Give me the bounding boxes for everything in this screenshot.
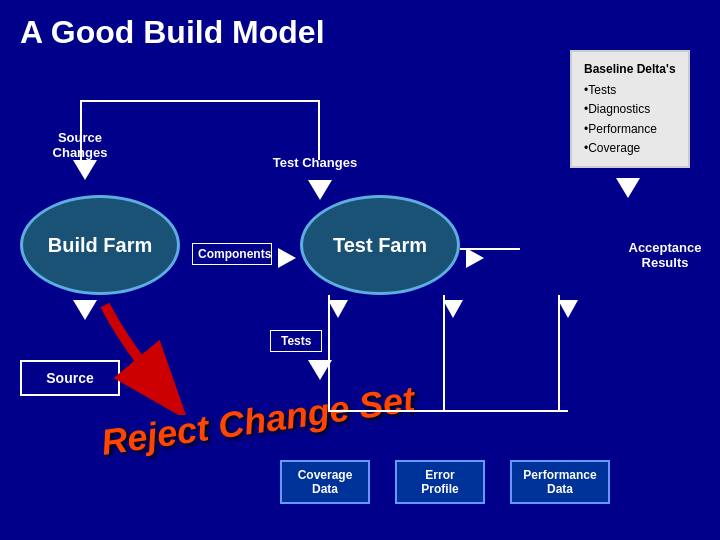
build-farm-circle: Build Farm bbox=[20, 195, 180, 295]
arrow-tests-down bbox=[308, 360, 332, 380]
connector-line-right bbox=[318, 100, 320, 160]
test-changes-label: Test Changes bbox=[265, 155, 365, 170]
arrow-baseline-down bbox=[616, 178, 640, 198]
performance-data-box: Performance Data bbox=[510, 460, 610, 504]
reject-arrow-svg bbox=[95, 295, 225, 415]
error-profile-box: Error Profile bbox=[395, 460, 485, 504]
acceptance-results-label: Acceptance Results bbox=[620, 240, 710, 270]
baseline-item-coverage: •Coverage bbox=[584, 139, 676, 158]
baseline-title: Baseline Delta's bbox=[584, 60, 676, 79]
arrow-acceptance-right bbox=[466, 248, 484, 268]
baseline-item-performance: •Performance bbox=[584, 120, 676, 139]
arrow-test-changes-down bbox=[308, 180, 332, 200]
connector-line-top bbox=[80, 100, 320, 102]
arrow-source-down bbox=[73, 160, 97, 180]
test-farm-circle: Test Farm bbox=[300, 195, 460, 295]
coverage-data-box: Coverage Data bbox=[280, 460, 370, 504]
arrow-coverage-down bbox=[328, 300, 348, 318]
tests-label: Tests bbox=[270, 330, 322, 352]
baseline-box: Baseline Delta's •Tests •Diagnostics •Pe… bbox=[570, 50, 690, 168]
components-label: Components bbox=[192, 243, 272, 265]
baseline-item-diagnostics: •Diagnostics bbox=[584, 100, 676, 119]
arrow-perf-down bbox=[558, 300, 578, 318]
page-title: A Good Build Model bbox=[0, 0, 720, 51]
arrow-components-right bbox=[278, 248, 296, 268]
arrow-build-down bbox=[73, 300, 97, 320]
arrow-error-down bbox=[443, 300, 463, 318]
baseline-item-tests: •Tests bbox=[584, 81, 676, 100]
connector-line-bottom bbox=[328, 410, 568, 412]
source-changes-label: Source Changes bbox=[30, 130, 130, 160]
